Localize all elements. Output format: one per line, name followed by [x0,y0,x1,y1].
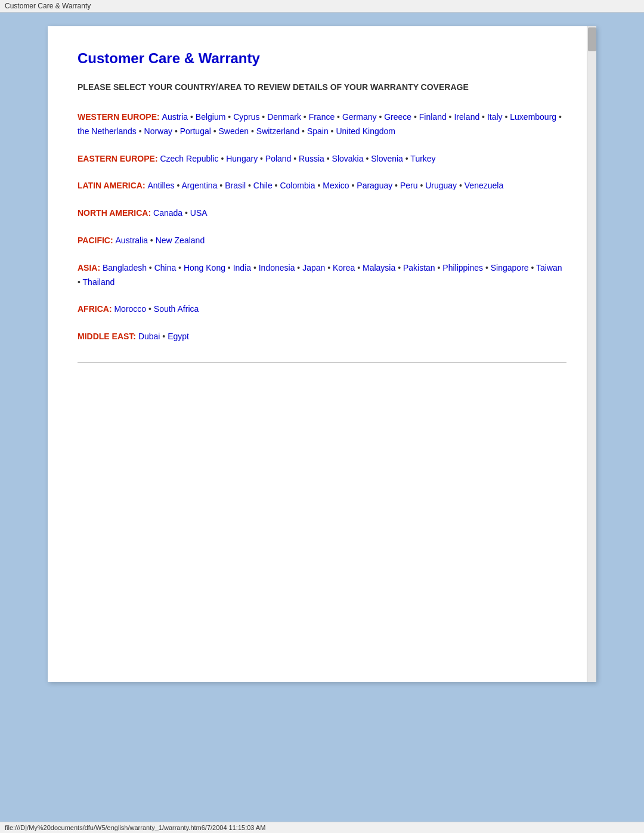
page-wrapper: Customer Care & Warranty PLEASE SELECT Y… [0,14,644,819]
country-link-malaysia[interactable]: Malaysia [363,263,395,272]
bullet-separator: • [251,263,259,272]
country-link-chile[interactable]: Chile [253,181,273,190]
bullet-separator: • [219,154,227,163]
bullet-separator: • [556,112,562,122]
country-link-indonesia[interactable]: Indonesia [259,263,295,272]
country-link-norway[interactable]: Norway [144,126,172,136]
bullet-separator: • [435,263,443,272]
region-asia: ASIA: Bangladesh • China • Hong Kong • I… [78,261,566,290]
country-link-usa[interactable]: USA [190,208,208,218]
country-link-korea[interactable]: Korea [333,263,355,272]
bullet-separator: • [78,277,83,287]
title-bar-text: Customer Care & Warranty [5,2,91,10]
country-link-thailand[interactable]: Thailand [83,277,115,287]
bullet-separator: • [335,112,342,122]
country-link-china[interactable]: China [154,263,177,272]
bullet-separator: • [395,263,403,272]
bullet-separator: • [479,112,487,122]
country-link-dubai[interactable]: Dubai [138,332,160,341]
bullet-separator: • [182,208,190,218]
country-link-belgium[interactable]: Belgium [196,112,226,122]
country-link-spain[interactable]: Spain [307,126,329,136]
country-link-italy[interactable]: Italy [487,112,503,122]
country-link-egypt[interactable]: Egypt [168,332,189,341]
bullet-separator: • [301,112,309,122]
scroll-thumb[interactable] [588,27,596,51]
country-link-uruguay[interactable]: Uruguay [425,181,457,190]
country-link-france[interactable]: France [309,112,335,122]
country-link-cyprus[interactable]: Cyprus [233,112,259,122]
country-link-united-kingdom[interactable]: United Kingdom [336,126,395,136]
bullet-separator: • [259,112,267,122]
bullet-separator: • [137,126,144,136]
country-link-turkey[interactable]: Turkey [410,154,435,163]
country-link-taiwan[interactable]: Taiwan [536,263,562,272]
scrollbar[interactable] [587,26,596,682]
bullet-separator: • [364,154,371,163]
country-link-morocco[interactable]: Morocco [114,304,146,314]
country-link-australia[interactable]: Australia [116,236,148,245]
country-link-mexico[interactable]: Mexico [323,181,349,190]
bullet-separator: • [147,263,154,272]
country-link-argentina[interactable]: Argentina [182,181,218,190]
bullet-separator: • [392,181,400,190]
country-link-portugal[interactable]: Portugal [180,126,211,136]
bullet-separator: • [175,181,182,190]
country-link-poland[interactable]: Poland [265,154,292,163]
country-link-finland[interactable]: Finland [419,112,447,122]
bullet-separator: • [176,263,184,272]
bullet-separator: • [188,112,196,122]
empty-space [78,374,566,494]
country-link-hong-kong[interactable]: Hong Kong [184,263,225,272]
country-link-ireland[interactable]: Ireland [454,112,479,122]
status-bar: file:///D|/My%20documents/dfu/W5/english… [0,822,644,833]
bullet-separator: • [172,126,180,136]
bullet-separator: • [529,263,536,272]
country-link-denmark[interactable]: Denmark [267,112,301,122]
bullet-separator: • [211,126,219,136]
country-link-antilles[interactable]: Antilles [147,181,174,190]
country-link-singapore[interactable]: Singapore [491,263,529,272]
country-link-bangladesh[interactable]: Bangladesh [103,263,147,272]
region-label-eastern-europe: EASTERN EUROPE: [78,154,160,163]
region-label-africa: AFRICA: [78,304,114,314]
country-link-paraguay[interactable]: Paraguay [357,181,392,190]
bullet-separator: • [403,154,410,163]
country-link-hungary[interactable]: Hungary [226,154,258,163]
country-link-sweden[interactable]: Sweden [219,126,249,136]
bullet-separator: • [146,304,154,314]
country-link-slovakia[interactable]: Slovakia [332,154,364,163]
bullet-separator: • [349,181,357,190]
country-link-switzerland[interactable]: Switzerland [256,126,299,136]
bullet-separator: • [377,112,385,122]
country-link-the-netherlands[interactable]: the Netherlands [78,126,137,136]
country-link-russia[interactable]: Russia [299,154,324,163]
bullet-separator: • [457,181,465,190]
region-western-europe: WESTERN EUROPE: Austria • Belgium • Cypr… [78,110,566,139]
country-link-germany[interactable]: Germany [342,112,377,122]
country-link-south-africa[interactable]: South Africa [154,304,199,314]
country-link-philippines[interactable]: Philippines [442,263,483,272]
country-link-venezuela[interactable]: Venezuela [465,181,503,190]
country-link-india[interactable]: India [233,263,251,272]
region-label-north-america: NORTH AMERICA: [78,208,153,218]
country-link-czech-republic[interactable]: Czech Republic [160,154,218,163]
country-link-japan[interactable]: Japan [302,263,325,272]
country-link-canada[interactable]: Canada [153,208,182,218]
country-link-austria[interactable]: Austria [162,112,188,122]
region-label-pacific: PACIFIC: [78,236,116,245]
country-link-greece[interactable]: Greece [384,112,411,122]
region-latin-america: LATIN AMERICA: Antilles • Argentina • Br… [78,179,566,193]
bullet-separator: • [329,126,336,136]
country-link-luxembourg[interactable]: Luxembourg [510,112,556,122]
title-bar: Customer Care & Warranty [0,0,644,13]
region-pacific: PACIFIC: Australia • New Zealand [78,234,566,248]
country-link-new-zealand[interactable]: New Zealand [156,236,205,245]
country-link-peru[interactable]: Peru [400,181,418,190]
content-card: Customer Care & Warranty PLEASE SELECT Y… [48,26,596,682]
country-link-pakistan[interactable]: Pakistan [403,263,435,272]
country-link-brasil[interactable]: Brasil [225,181,246,190]
country-link-slovenia[interactable]: Slovenia [371,154,403,163]
bullet-separator: • [295,263,302,272]
country-link-colombia[interactable]: Colombia [280,181,315,190]
